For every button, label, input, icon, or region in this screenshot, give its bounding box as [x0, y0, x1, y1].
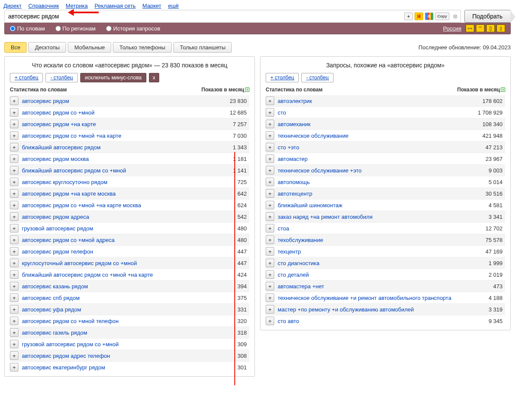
- plus-button[interactable]: +: [404, 12, 413, 20]
- add-keyword-button[interactable]: +: [266, 108, 274, 117]
- add-keyword-button[interactable]: +: [10, 340, 18, 348]
- keyword-link[interactable]: автосервис спб рядом: [22, 295, 80, 301]
- keyword-link[interactable]: автомастера +нет: [278, 283, 324, 290]
- close-minuswords-button[interactable]: x: [149, 73, 159, 82]
- add-keyword-button[interactable]: +: [10, 224, 18, 233]
- add-keyword-button[interactable]: +: [10, 363, 18, 372]
- keyword-link[interactable]: автосервис рядом адрес телефон: [22, 353, 110, 359]
- keyword-link[interactable]: автосервис рядом москва: [22, 156, 89, 162]
- search-input[interactable]: [5, 10, 403, 22]
- remove-column-button[interactable]: - столбец: [301, 73, 333, 82]
- keyword-link[interactable]: сто авто: [278, 318, 299, 324]
- op-brackets-button[interactable]: []: [486, 24, 495, 32]
- keyword-link[interactable]: грузовой автосервис рядом: [22, 225, 93, 232]
- add-keyword-button[interactable]: +: [10, 97, 18, 105]
- add-keyword-button[interactable]: +: [266, 166, 274, 175]
- tab-tablets[interactable]: Только планшеты: [173, 42, 232, 53]
- keyword-link[interactable]: автопомощь: [278, 179, 310, 185]
- add-keyword-button[interactable]: +: [10, 259, 18, 267]
- add-keyword-button[interactable]: +: [266, 131, 274, 140]
- keyword-link[interactable]: автосервис рядом со +мной: [22, 109, 94, 116]
- op-plusplus-button[interactable]: ++: [466, 24, 474, 32]
- keyword-link[interactable]: автосервис рядом со +мной +на карте: [22, 133, 121, 139]
- keyword-link[interactable]: техцентр: [278, 248, 301, 255]
- add-keyword-button[interactable]: +: [266, 305, 274, 314]
- add-column-button[interactable]: + столбец: [266, 73, 299, 82]
- add-keyword-button[interactable]: +: [10, 166, 18, 175]
- keyword-link[interactable]: мастер +по ремонту +и обслуживанию автом…: [278, 306, 414, 313]
- add-keyword-button[interactable]: +: [10, 131, 18, 140]
- keyword-link[interactable]: техническое обслуживание: [278, 133, 348, 139]
- keyword-link[interactable]: автотехцентр: [278, 190, 312, 197]
- keyword-link[interactable]: автосервис рядом со +мной +на карте моск…: [22, 202, 141, 208]
- keyword-link[interactable]: стоа: [278, 225, 289, 232]
- keyword-link[interactable]: ближайший автосервис рядом со +мной +на …: [22, 272, 153, 278]
- mode-by-words[interactable]: По словам: [10, 25, 45, 32]
- add-keyword-button[interactable]: +: [10, 108, 18, 117]
- google-icon[interactable]: G: [425, 12, 433, 20]
- op-pipes-button[interactable]: ||: [497, 24, 505, 32]
- tab-all[interactable]: Все: [4, 42, 27, 53]
- keyword-link[interactable]: автосервис газель рядом: [22, 329, 87, 336]
- add-keyword-button[interactable]: +: [266, 236, 274, 244]
- add-keyword-button[interactable]: +: [266, 143, 274, 151]
- keyword-link[interactable]: автомастер: [278, 156, 308, 162]
- add-column-button[interactable]: + столбец: [10, 73, 43, 82]
- mode-history[interactable]: История запросов: [106, 25, 161, 32]
- add-keyword-button[interactable]: +: [10, 351, 18, 360]
- keyword-link[interactable]: автосервис рядом адреса: [22, 214, 89, 220]
- keyword-link[interactable]: автосервис рядом со +мной телефон: [22, 318, 118, 324]
- add-keyword-button[interactable]: +: [266, 201, 274, 209]
- keyword-link[interactable]: автомеханик: [278, 121, 310, 127]
- keyword-link[interactable]: ближайший автосервис рядом: [22, 144, 100, 151]
- keyword-link[interactable]: сто деталей: [278, 272, 309, 278]
- tab-mobile[interactable]: Мобильные: [68, 42, 111, 53]
- keyword-link[interactable]: автосервис уфа рядом: [22, 306, 81, 313]
- keyword-link[interactable]: автосервис рядом: [22, 98, 69, 104]
- copy-button[interactable]: Copy: [435, 12, 449, 20]
- keyword-link[interactable]: грузовой автосервис рядом со +мной: [22, 341, 119, 347]
- topnav-link[interactable]: Маркет: [142, 3, 161, 9]
- add-keyword-button[interactable]: +: [266, 189, 274, 198]
- add-keyword-button[interactable]: +: [10, 178, 18, 186]
- add-keyword-button[interactable]: +: [10, 143, 18, 151]
- help-icon[interactable]: ?: [501, 88, 505, 92]
- topnav-link[interactable]: Рекламная сеть: [94, 3, 136, 9]
- keyword-link[interactable]: техническое обслуживание +это: [278, 167, 362, 174]
- add-keyword-button[interactable]: +: [10, 305, 18, 314]
- add-keyword-button[interactable]: +: [266, 282, 274, 290]
- clear-icon[interactable]: ⊗: [451, 12, 460, 20]
- submit-button[interactable]: Подобрать: [464, 10, 511, 23]
- keyword-link[interactable]: сто +это: [278, 144, 299, 151]
- add-keyword-button[interactable]: +: [10, 317, 18, 325]
- keyword-link[interactable]: автосервис екатеринбург рядом: [22, 364, 105, 371]
- add-keyword-button[interactable]: +: [266, 247, 274, 256]
- add-keyword-button[interactable]: +: [10, 293, 18, 302]
- keyword-link[interactable]: автоэлектрик: [278, 98, 312, 104]
- topnav-link-more[interactable]: ещё: [168, 3, 179, 9]
- tab-phones[interactable]: Только телефоны: [113, 42, 172, 53]
- region-link[interactable]: Россия: [443, 25, 461, 32]
- add-keyword-button[interactable]: +: [266, 212, 274, 221]
- add-keyword-button[interactable]: +: [10, 282, 18, 290]
- topnav-link[interactable]: Метрика: [66, 3, 88, 9]
- keyword-link[interactable]: техобслуживание: [278, 237, 323, 243]
- add-keyword-button[interactable]: +: [10, 154, 18, 163]
- add-keyword-button[interactable]: +: [10, 120, 18, 128]
- topnav-link[interactable]: Директ: [3, 3, 21, 9]
- add-keyword-button[interactable]: +: [10, 201, 18, 209]
- keyword-link[interactable]: автосервис рядом +на карте москва: [22, 190, 115, 197]
- tab-desktops[interactable]: Десктопы: [28, 42, 66, 53]
- add-keyword-button[interactable]: +: [266, 97, 274, 105]
- keyword-link[interactable]: автосервис рядом телефон: [22, 248, 93, 255]
- add-keyword-button[interactable]: +: [266, 270, 274, 279]
- add-keyword-button[interactable]: +: [10, 236, 18, 244]
- add-keyword-button[interactable]: +: [266, 120, 274, 128]
- keyword-link[interactable]: автосервис казань рядом: [22, 283, 88, 290]
- keyword-link[interactable]: сто диагностика: [278, 260, 319, 266]
- exclude-minuswords-button[interactable]: исключить минус-слова: [80, 73, 146, 82]
- keyword-link[interactable]: ближайший автосервис рядом со +мной: [22, 167, 126, 174]
- keyword-link[interactable]: техническое обслуживание +и ремонт автом…: [278, 295, 451, 301]
- help-icon[interactable]: ?: [245, 88, 249, 92]
- topnav-link[interactable]: Справочник: [28, 3, 59, 9]
